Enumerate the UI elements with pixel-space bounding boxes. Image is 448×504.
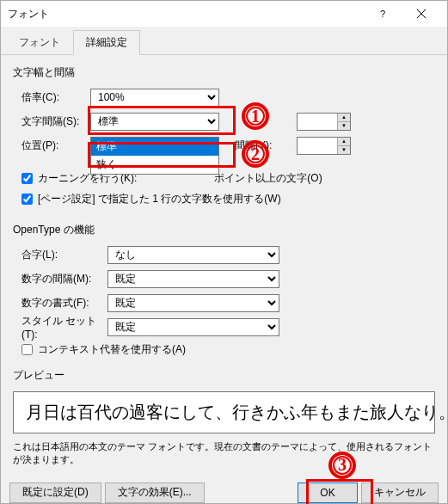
cancel-button[interactable]: キャンセル: [361, 482, 439, 503]
spin-up-icon[interactable]: ▲: [337, 138, 350, 146]
annotation-circle-1: 1: [242, 102, 269, 130]
font-dialog: フォント ? フォント 詳細設定 文字幅と間隔 倍率(C): 100% 文字間隔…: [0, 0, 448, 504]
help-button[interactable]: ?: [363, 1, 402, 27]
spacing-amount-input[interactable]: [298, 114, 337, 130]
styleset-label: スタイル セット(T):: [21, 314, 107, 341]
contextual-label: コンテキスト代替を使用する(A): [38, 342, 186, 357]
spacing-select[interactable]: 標準: [90, 113, 219, 131]
content-area: 文字幅と間隔 倍率(C): 100% 文字間隔(S): 標準 x ▲▼ 位置(P…: [1, 55, 447, 476]
section2: 合字(L): なし 数字の間隔(M): 既定 数字の書式(F): 既定 スタイル…: [21, 243, 435, 360]
numforms-select[interactable]: 既定: [107, 294, 279, 312]
contextual-checkbox[interactable]: [21, 344, 33, 355]
ligatures-label: 合字(L):: [21, 248, 107, 262]
button-bar: 既定に設定(D) 文字の効果(E)... OK キャンセル 3: [1, 476, 447, 504]
scale-label: 倍率(C):: [21, 90, 90, 105]
dropdown-option-narrow[interactable]: 狭く: [91, 156, 218, 174]
spacing-amount-spinner[interactable]: ▲▼: [297, 113, 351, 131]
position-amount-input[interactable]: [298, 138, 337, 154]
position-amount-spinner[interactable]: ▲▼: [297, 137, 351, 155]
numspacing-label: 数字の間隔(M):: [21, 272, 107, 286]
spacing-label: 文字間隔(S):: [21, 114, 90, 129]
pagesetup-checkbox[interactable]: [21, 194, 33, 205]
tab-font[interactable]: フォント: [6, 30, 73, 54]
spin-down-icon[interactable]: ▼: [337, 122, 350, 130]
section2-heading: OpenType の機能: [13, 223, 435, 237]
preview-box: 月日は百代の過客にして、行きかふ年もまた旅人なり。: [13, 391, 435, 433]
numspacing-select[interactable]: 既定: [107, 270, 279, 288]
section1-heading: 文字幅と間隔: [13, 65, 435, 80]
set-default-button[interactable]: 既定に設定(D): [9, 482, 101, 503]
annotation-circle-2: 2: [242, 140, 269, 168]
styleset-select[interactable]: 既定: [107, 318, 279, 336]
titlebar: フォント ?: [1, 1, 447, 27]
spacing-dropdown-list[interactable]: 標準 狭く: [90, 137, 219, 175]
kerning-unit-label: ポイント以上の文字(O): [214, 171, 322, 186]
section1: 倍率(C): 100% 文字間隔(S): 標準 x ▲▼ 位置(P): 間隔(Y…: [21, 85, 435, 214]
tab-advanced[interactable]: 詳細設定: [73, 30, 140, 55]
preview-heading: プレビュー: [13, 368, 435, 383]
preview-note: これは日本語用の本文のテーマ フォントです。現在の文書のテーマによって、使用され…: [13, 440, 435, 467]
numforms-label: 数字の書式(F):: [21, 296, 107, 310]
scale-select[interactable]: 100%: [90, 89, 219, 107]
tabbar: フォント 詳細設定: [1, 27, 447, 55]
svg-text:?: ?: [380, 9, 385, 18]
pagesetup-label: [ページ設定] で指定した 1 行の文字数を使用する(W): [38, 192, 281, 206]
annotation-circle-3: 3: [328, 452, 356, 479]
dropdown-option-standard[interactable]: 標準: [91, 138, 218, 156]
position-label: 位置(P):: [21, 138, 90, 153]
ok-button[interactable]: OK: [298, 482, 358, 503]
close-button[interactable]: [402, 1, 440, 27]
ligatures-select[interactable]: なし: [107, 246, 279, 264]
text-effects-button[interactable]: 文字の効果(E)...: [105, 482, 205, 503]
window-title: フォント: [8, 7, 363, 22]
spin-down-icon[interactable]: ▼: [337, 146, 350, 154]
preview-text: 月日は百代の過客にして、行きかふ年もまた旅人なり。: [26, 401, 422, 424]
spin-up-icon[interactable]: ▲: [337, 114, 350, 122]
kerning-checkbox[interactable]: [21, 173, 33, 184]
